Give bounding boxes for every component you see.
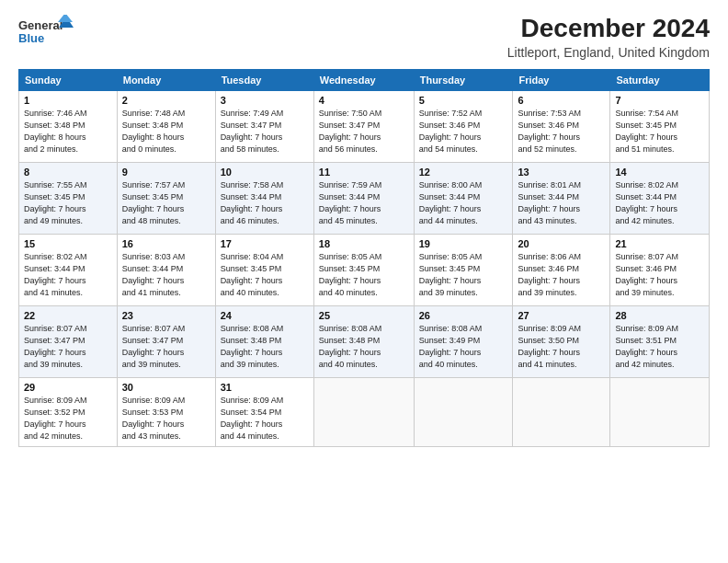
day-number: 17: [221, 238, 309, 249]
calendar-cell: [513, 377, 610, 446]
logo: General Blue: [18, 15, 74, 48]
day-info: Sunrise: 7:54 AMSunset: 3:45 PMDaylight:…: [615, 109, 678, 154]
day-number: 22: [24, 310, 112, 321]
calendar-cell: 7Sunrise: 7:54 AMSunset: 3:45 PMDaylight…: [610, 90, 710, 162]
day-number: 19: [419, 238, 508, 249]
day-number: 21: [615, 238, 704, 249]
calendar-cell: 2Sunrise: 7:48 AMSunset: 3:48 PMDaylight…: [117, 90, 215, 162]
calendar-cell: 31Sunrise: 8:09 AMSunset: 3:54 PMDayligh…: [215, 377, 313, 446]
day-number: 13: [518, 167, 605, 178]
calendar-cell: 18Sunrise: 8:05 AMSunset: 3:45 PMDayligh…: [313, 234, 414, 305]
calendar-cell: [313, 377, 414, 446]
day-info: Sunrise: 7:46 AMSunset: 3:48 PMDaylight:…: [24, 109, 87, 154]
col-monday: Monday: [117, 69, 215, 90]
calendar-cell: 15Sunrise: 8:02 AMSunset: 3:44 PMDayligh…: [19, 234, 118, 305]
day-info: Sunrise: 8:01 AMSunset: 3:44 PMDaylight:…: [518, 180, 581, 225]
day-info: Sunrise: 8:07 AMSunset: 3:46 PMDaylight:…: [615, 252, 678, 297]
day-info: Sunrise: 8:00 AMSunset: 3:44 PMDaylight:…: [419, 180, 483, 225]
day-info: Sunrise: 8:04 AMSunset: 3:45 PMDaylight:…: [221, 252, 284, 297]
day-number: 6: [518, 95, 605, 106]
calendar-cell: 30Sunrise: 8:09 AMSunset: 3:53 PMDayligh…: [117, 377, 215, 446]
day-info: Sunrise: 8:09 AMSunset: 3:51 PMDaylight:…: [615, 324, 678, 369]
day-number: 30: [122, 382, 210, 393]
day-number: 2: [122, 95, 210, 106]
day-number: 10: [221, 167, 309, 178]
day-info: Sunrise: 7:48 AMSunset: 3:48 PMDaylight:…: [122, 109, 186, 154]
calendar-cell: [610, 377, 710, 446]
day-number: 28: [615, 310, 704, 321]
day-info: Sunrise: 7:53 AMSunset: 3:46 PMDaylight:…: [518, 109, 581, 154]
subtitle: Littleport, England, United Kingdom: [507, 45, 710, 60]
svg-text:General: General: [18, 18, 63, 32]
calendar-cell: 27Sunrise: 8:09 AMSunset: 3:50 PMDayligh…: [513, 305, 610, 377]
day-number: 26: [419, 310, 508, 321]
day-info: Sunrise: 7:49 AMSunset: 3:47 PMDaylight:…: [221, 109, 284, 154]
calendar-cell: 19Sunrise: 8:05 AMSunset: 3:45 PMDayligh…: [414, 234, 513, 305]
calendar-cell: 28Sunrise: 8:09 AMSunset: 3:51 PMDayligh…: [610, 305, 710, 377]
day-info: Sunrise: 7:58 AMSunset: 3:44 PMDaylight:…: [221, 180, 284, 225]
day-info: Sunrise: 8:02 AMSunset: 3:44 PMDaylight:…: [615, 180, 678, 225]
calendar-cell: 11Sunrise: 7:59 AMSunset: 3:44 PMDayligh…: [313, 162, 414, 234]
col-sunday: Sunday: [19, 69, 118, 90]
day-number: 27: [518, 310, 605, 321]
calendar-cell: 6Sunrise: 7:53 AMSunset: 3:46 PMDaylight…: [513, 90, 610, 162]
calendar-cell: 10Sunrise: 7:58 AMSunset: 3:44 PMDayligh…: [215, 162, 313, 234]
day-number: 20: [518, 238, 605, 249]
calendar-cell: 17Sunrise: 8:04 AMSunset: 3:45 PMDayligh…: [215, 234, 313, 305]
day-number: 3: [221, 95, 309, 106]
calendar-cell: 25Sunrise: 8:08 AMSunset: 3:48 PMDayligh…: [313, 305, 414, 377]
calendar-cell: 5Sunrise: 7:52 AMSunset: 3:46 PMDaylight…: [414, 90, 513, 162]
day-number: 29: [24, 382, 112, 393]
day-info: Sunrise: 8:09 AMSunset: 3:52 PMDaylight:…: [24, 396, 87, 441]
day-number: 14: [615, 167, 704, 178]
page: General Blue December 2024 Littleport, E…: [0, 0, 728, 563]
day-number: 5: [419, 95, 508, 106]
calendar-cell: 9Sunrise: 7:57 AMSunset: 3:45 PMDaylight…: [117, 162, 215, 234]
calendar-cell: [414, 377, 513, 446]
day-info: Sunrise: 8:08 AMSunset: 3:48 PMDaylight:…: [319, 324, 382, 369]
day-info: Sunrise: 8:03 AMSunset: 3:44 PMDaylight:…: [122, 252, 186, 297]
col-thursday: Thursday: [414, 69, 513, 90]
day-number: 8: [24, 167, 112, 178]
header: General Blue December 2024 Littleport, E…: [18, 15, 710, 60]
calendar-cell: 16Sunrise: 8:03 AMSunset: 3:44 PMDayligh…: [117, 234, 215, 305]
day-info: Sunrise: 8:08 AMSunset: 3:48 PMDaylight:…: [221, 324, 284, 369]
calendar-cell: 23Sunrise: 8:07 AMSunset: 3:47 PMDayligh…: [117, 305, 215, 377]
day-info: Sunrise: 7:50 AMSunset: 3:47 PMDaylight:…: [319, 109, 382, 154]
calendar-header-row: Sunday Monday Tuesday Wednesday Thursday…: [19, 69, 710, 90]
day-number: 24: [221, 310, 309, 321]
calendar-cell: 3Sunrise: 7:49 AMSunset: 3:47 PMDaylight…: [215, 90, 313, 162]
calendar-table: Sunday Monday Tuesday Wednesday Thursday…: [18, 69, 710, 447]
day-info: Sunrise: 7:52 AMSunset: 3:46 PMDaylight:…: [419, 109, 483, 154]
calendar-cell: 26Sunrise: 8:08 AMSunset: 3:49 PMDayligh…: [414, 305, 513, 377]
day-info: Sunrise: 8:02 AMSunset: 3:44 PMDaylight:…: [24, 252, 87, 297]
day-info: Sunrise: 8:09 AMSunset: 3:54 PMDaylight:…: [221, 396, 284, 441]
day-info: Sunrise: 8:09 AMSunset: 3:50 PMDaylight:…: [518, 324, 581, 369]
day-number: 11: [319, 167, 409, 178]
calendar-cell: 4Sunrise: 7:50 AMSunset: 3:47 PMDaylight…: [313, 90, 414, 162]
col-saturday: Saturday: [610, 69, 710, 90]
day-info: Sunrise: 8:09 AMSunset: 3:53 PMDaylight:…: [122, 396, 186, 441]
calendar-cell: 24Sunrise: 8:08 AMSunset: 3:48 PMDayligh…: [215, 305, 313, 377]
calendar-cell: 29Sunrise: 8:09 AMSunset: 3:52 PMDayligh…: [19, 377, 118, 446]
day-number: 25: [319, 310, 409, 321]
day-number: 12: [419, 167, 508, 178]
calendar-cell: 14Sunrise: 8:02 AMSunset: 3:44 PMDayligh…: [610, 162, 710, 234]
day-info: Sunrise: 8:06 AMSunset: 3:46 PMDaylight:…: [518, 252, 581, 297]
day-number: 23: [122, 310, 210, 321]
calendar-cell: 21Sunrise: 8:07 AMSunset: 3:46 PMDayligh…: [610, 234, 710, 305]
day-info: Sunrise: 8:05 AMSunset: 3:45 PMDaylight:…: [319, 252, 382, 297]
day-number: 9: [122, 167, 210, 178]
day-number: 4: [319, 95, 409, 106]
day-info: Sunrise: 8:05 AMSunset: 3:45 PMDaylight:…: [419, 252, 483, 297]
col-tuesday: Tuesday: [215, 69, 313, 90]
day-info: Sunrise: 8:08 AMSunset: 3:49 PMDaylight:…: [419, 324, 483, 369]
day-info: Sunrise: 8:07 AMSunset: 3:47 PMDaylight:…: [24, 324, 87, 369]
day-info: Sunrise: 7:57 AMSunset: 3:45 PMDaylight:…: [122, 180, 186, 225]
calendar-cell: 20Sunrise: 8:06 AMSunset: 3:46 PMDayligh…: [513, 234, 610, 305]
day-number: 15: [24, 238, 112, 249]
calendar-cell: 8Sunrise: 7:55 AMSunset: 3:45 PMDaylight…: [19, 162, 118, 234]
day-number: 1: [24, 95, 112, 106]
title-section: December 2024 Littleport, England, Unite…: [507, 15, 710, 60]
logo-svg: General Blue: [18, 15, 74, 48]
